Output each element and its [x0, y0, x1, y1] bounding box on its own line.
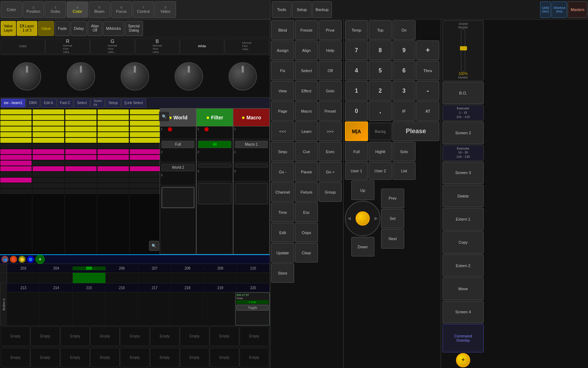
edit-btn[interactable]: Edit [271, 223, 294, 242]
next-pg-btn[interactable]: >>> [319, 121, 342, 141]
user2-btn[interactable]: User 2 [369, 162, 392, 180]
tools-btn[interactable]: Tools [272, 1, 291, 18]
thru-btn[interactable]: Thru [416, 61, 439, 80]
goto-btn[interactable]: Goto [319, 81, 342, 101]
joystick-left-arrow-icon[interactable]: ◄ [346, 215, 352, 222]
fix-btn[interactable]: Fix [271, 61, 294, 80]
world-3-btn[interactable] [161, 187, 194, 208]
oops-btn[interactable]: Oops [295, 223, 318, 242]
seq-tab-link-select[interactable]: [Link Select [121, 98, 146, 108]
executor-empty-b7[interactable]: Empty [180, 348, 209, 367]
num-5-btn[interactable]: 5 [369, 61, 392, 80]
preset-btn[interactable]: Preset [319, 101, 342, 121]
macro-header[interactable]: ● Macro [233, 109, 269, 126]
filter-2-btn[interactable] [198, 164, 231, 167]
fade-btn[interactable]: Fade [55, 21, 70, 36]
executor2-btn[interactable]: Executor16 - 30116 - 130 [443, 145, 484, 161]
seq-tab-setup[interactable]: Setup [105, 98, 121, 108]
go-minus-btn[interactable]: Go - [271, 162, 294, 182]
knob-5[interactable] [229, 62, 257, 91]
prev-pg-btn[interactable]: <<< [271, 121, 294, 141]
move-btn[interactable]: Move [443, 277, 484, 300]
tab-focus[interactable]: 6 Focus [111, 1, 132, 18]
knob-4[interactable] [175, 62, 203, 91]
seq-tab-fastc[interactable]: Fast C [57, 98, 73, 108]
channel-btn[interactable]: Channel [271, 182, 294, 202]
align-btn[interactable]: Align [295, 40, 318, 60]
filter-3-btn[interactable] [198, 183, 231, 204]
backup-btn[interactable]: Backup [312, 1, 332, 18]
num-9-btn[interactable]: 9 [392, 40, 416, 60]
matricks-btn[interactable]: MAtricks [103, 21, 124, 36]
search-icon-bottom[interactable]: 🔍 [149, 241, 159, 251]
executor-empty-5[interactable]: Empty [120, 326, 149, 346]
masters-btn[interactable]: Masters [568, 1, 587, 18]
top-btn[interactable]: Top [369, 20, 392, 40]
solo-btn[interactable]: Solo [392, 142, 416, 161]
dot-btn[interactable]: . [369, 101, 392, 121]
executor-empty-9[interactable]: Empty [240, 326, 269, 346]
num-4-btn[interactable]: 4 [345, 61, 368, 80]
tab-gobo[interactable]: 3 Gobo [45, 1, 66, 18]
learn-btn[interactable]: Learn [295, 121, 318, 141]
num-0-btn[interactable]: 0 [345, 101, 368, 121]
tab-color[interactable]: Color [1, 1, 22, 18]
page-btn[interactable]: Page [271, 101, 294, 121]
please-btn[interactable]: Please [392, 121, 439, 141]
num-8-btn[interactable]: 8 [369, 40, 392, 60]
tab-video[interactable]: 9 Video [155, 1, 176, 18]
cmd-scr-btn[interactable]: CMD(Scr) [540, 1, 551, 18]
gold-plus-btn[interactable]: + [456, 353, 470, 367]
down-btn[interactable]: Down [351, 237, 374, 256]
delete-btn[interactable]: Delete [443, 185, 484, 207]
minus-btn[interactable]: - [416, 81, 439, 101]
executor-empty-6[interactable]: Empty [150, 326, 180, 346]
macro-2-btn[interactable] [235, 164, 268, 167]
executor-empty-b1[interactable]: Empty [1, 348, 30, 367]
executor-empty-b9[interactable]: Empty [240, 348, 269, 367]
executor-empty-b3[interactable]: Empty [60, 348, 90, 367]
freeze-btn[interactable]: Freeze [295, 20, 318, 40]
tab-beam[interactable]: 5 Beam [89, 1, 110, 18]
macro-1-btn[interactable]: Macro 1 [235, 141, 268, 148]
next-btn[interactable]: Next [381, 229, 404, 249]
group-btn[interactable]: Group [319, 182, 342, 202]
world-full-btn[interactable]: Full [161, 141, 194, 148]
search-icon-top[interactable]: 🔍 [159, 111, 170, 122]
value-btn[interactable]: Value [38, 21, 54, 36]
special-dialog-btn[interactable]: SpecialDialog [125, 21, 143, 36]
filter-header[interactable]: ● Filter [197, 109, 232, 126]
delay-btn[interactable]: Delay [71, 21, 87, 36]
highlt-btn[interactable]: Highlt [369, 142, 392, 161]
temp-btn[interactable]: Temp [345, 20, 368, 40]
macro-3-btn[interactable] [235, 183, 268, 204]
if-btn[interactable]: IF [392, 101, 416, 121]
executor-empty-b2[interactable]: Empty [31, 348, 60, 367]
blind-btn[interactable]: Blind [271, 20, 294, 40]
grand-slider[interactable] [461, 29, 465, 72]
extern2-btn[interactable]: Extern 2 [443, 254, 484, 277]
command-overlay-btn[interactable]: CommandOverlay [443, 324, 484, 352]
knob-3[interactable] [121, 62, 149, 91]
store-btn[interactable]: Store [271, 263, 294, 283]
num-7-btn[interactable]: 7 [345, 40, 368, 60]
full-btn[interactable]: Full [345, 142, 368, 161]
shortcut-ins-btn[interactable]: Shortcut(Ins) [551, 1, 567, 18]
timeline-add-btn[interactable]: + [35, 255, 45, 264]
update-btn[interactable]: Update [271, 243, 294, 263]
knob-1[interactable] [13, 62, 41, 91]
extern1-btn[interactable]: Extern 1 [443, 208, 484, 230]
ma-btn[interactable]: M|A [345, 121, 368, 141]
executor-empty-3[interactable]: Empty [60, 326, 90, 346]
on-btn[interactable]: On [392, 20, 416, 40]
executor-empty-7[interactable]: Empty [180, 326, 209, 346]
knob-2[interactable] [67, 62, 95, 91]
screen3-btn[interactable]: Screen 3 [443, 162, 484, 184]
clear-btn[interactable]: Clear [295, 243, 318, 263]
help-btn[interactable]: Help [319, 40, 342, 60]
screen4-btn[interactable]: Screen 4 [443, 301, 484, 323]
esc-btn[interactable]: Esc [295, 202, 318, 222]
off-btn[interactable]: Off [319, 61, 342, 80]
tab-position[interactable]: 2 Position [23, 1, 44, 18]
assign-btn[interactable]: Assign [271, 40, 294, 60]
